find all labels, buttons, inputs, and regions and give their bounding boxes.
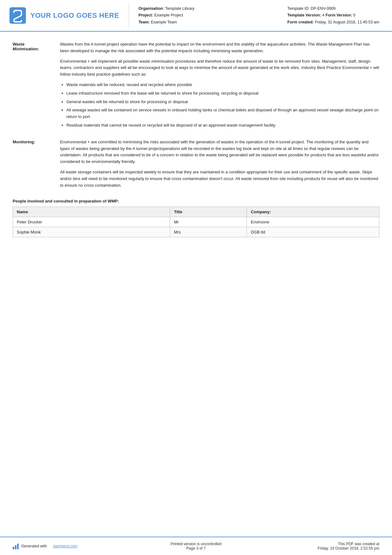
row1-company: Enviroone	[247, 217, 379, 227]
template-id-label: Template ID:	[287, 6, 309, 11]
table-heading: People involved and consulted in prepara…	[13, 199, 379, 203]
waste-minimisation-section: WasteMinimisation: Wastes from the A tun…	[13, 41, 379, 133]
logo-icon	[9, 7, 26, 24]
logo-text: YOUR LOGO GOES HERE	[30, 11, 119, 20]
header-meta-right: Template ID: DP-ENV-0009 Template Versio…	[287, 5, 379, 26]
monitoring-para1: Environmental + are committed to minimis…	[60, 139, 379, 165]
row1-title: Mr	[170, 217, 247, 227]
footer-link[interactable]: dashpivot.com	[53, 544, 77, 548]
waste-para2: Environmental + will implement all possi…	[60, 58, 379, 78]
form-version-label: Form Version:	[326, 13, 352, 17]
template-version-value: 4	[322, 13, 324, 17]
table-header-row: Name Title Company:	[13, 207, 379, 217]
header-meta: Organisation: Template Library Project: …	[129, 3, 379, 28]
project-label: Project:	[138, 13, 153, 17]
table-body: Peter Drucker Mr Enviroone Sophie Monk M…	[13, 217, 379, 237]
row1-name: Peter Drucker	[13, 217, 170, 227]
waste-bullet-1: Waste materials will be reduced, reused …	[66, 82, 379, 88]
template-version-label: Template Version:	[287, 13, 321, 17]
main-content: WasteMinimisation: Wastes from the A tun…	[0, 32, 392, 253]
waste-label: WasteMinimisation:	[13, 41, 60, 133]
footer-right: This PDF was created atFriday, 19 Octobe…	[257, 542, 379, 551]
footer-page-text: Printed version is uncontrolledPage 3 of…	[171, 542, 222, 551]
monitoring-content: Environmental + are committed to minimis…	[60, 139, 379, 193]
col-title: Title	[170, 207, 247, 217]
footer-pdf-text: This PDF was created atFriday, 19 Octobe…	[318, 542, 379, 551]
col-company: Company:	[247, 207, 379, 217]
team-value: Example Team	[151, 20, 177, 24]
dashpivot-icon	[13, 543, 19, 549]
logo-area: YOUR LOGO GOES HERE	[9, 3, 129, 28]
header-meta-left: Organisation: Template Library Project: …	[138, 5, 194, 26]
waste-bullet-5: Residual materials that cannot be reused…	[66, 122, 379, 129]
monitoring-para2: All waste storage containers will be ins…	[60, 169, 379, 189]
waste-content: Wastes from the A tunnel project operati…	[60, 41, 379, 133]
footer-center: Printed version is uncontrolledPage 3 of…	[135, 542, 257, 551]
waste-bullet-2: Lease infrastructure removed from the le…	[66, 90, 379, 97]
table-row: Sophie Monk Mrs DGB ltd	[13, 227, 379, 237]
people-table: Name Title Company: Peter Drucker Mr Env…	[13, 207, 379, 237]
people-section: People involved and consulted in prepara…	[13, 199, 379, 237]
waste-bullet-4: All sewage wastes will be contained on s…	[66, 107, 379, 120]
row2-title: Mrs	[170, 227, 247, 237]
waste-bullet-3: General wastes will be returned to shore…	[66, 99, 379, 105]
waste-para1: Wastes from the A tunnel project operati…	[60, 41, 379, 54]
col-name: Name	[13, 207, 170, 217]
org-label: Organisation:	[138, 6, 164, 11]
form-version-value: 5	[353, 13, 355, 17]
team-label: Team:	[138, 20, 150, 24]
page-header: YOUR LOGO GOES HERE Organisation: Templa…	[0, 0, 392, 32]
page-footer: Generated with dashpivot.com Printed ver…	[0, 537, 392, 555]
org-value: Template Library	[165, 6, 194, 11]
project-value: Example Project	[154, 13, 183, 17]
template-id-value: DP-ENV-0009	[311, 6, 336, 11]
row2-company: DGB ltd	[247, 227, 379, 237]
footer-left: Generated with dashpivot.com	[13, 543, 135, 549]
form-created-label: Form created:	[287, 20, 314, 24]
row2-name: Sophie Monk	[13, 227, 170, 237]
monitoring-label: Monitoring:	[13, 139, 60, 193]
monitoring-section: Monitoring: Environmental + are committe…	[13, 139, 379, 193]
waste-bullets-list: Waste materials will be reduced, reused …	[66, 82, 379, 129]
table-row: Peter Drucker Mr Enviroone	[13, 217, 379, 227]
form-created-value: Friday, 31 August 2018, 11:45:53 am	[315, 20, 379, 24]
footer-generated-text: Generated with	[21, 544, 47, 548]
